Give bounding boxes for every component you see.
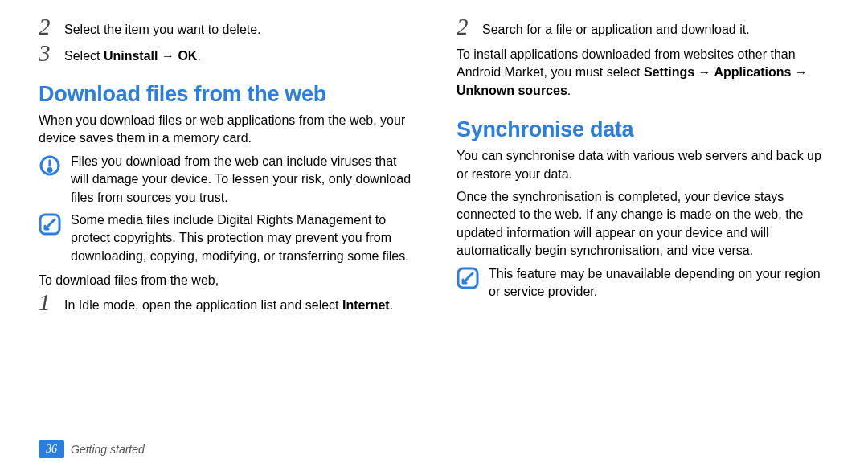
info-icon xyxy=(457,267,479,289)
info-note: Some media files include Digital Rights … xyxy=(39,211,411,265)
step-text: Select the item you want to delete. xyxy=(64,19,261,39)
step-number: 3 xyxy=(39,42,53,65)
paragraph: You can synchronise data with various we… xyxy=(457,147,829,183)
step-number: 2 xyxy=(39,15,53,39)
bold-text: Uninstall → OK xyxy=(104,49,197,63)
step-number: 2 xyxy=(457,15,471,39)
paragraph: To install applications downloaded from … xyxy=(457,46,829,100)
text-prefix: In Idle mode, open the application list … xyxy=(64,298,342,312)
text-suffix: . xyxy=(567,84,571,97)
page-footer: 36 Getting started xyxy=(39,440,145,458)
warning-note: Files you download from the web can incl… xyxy=(39,153,411,207)
info-icon xyxy=(39,213,61,236)
step-3-uninstall: 3 Select Uninstall → OK. xyxy=(39,46,411,69)
warning-text: Files you download from the web can incl… xyxy=(71,153,411,207)
bold-text: Internet xyxy=(342,298,390,312)
heading-download-files: Download files from the web xyxy=(39,82,411,107)
step-1-internet: 1 In Idle mode, open the application lis… xyxy=(39,295,411,318)
info-text: This feature may be unavailable dependin… xyxy=(489,265,829,301)
heading-synchronise-data: Synchronise data xyxy=(457,117,829,142)
left-column: 2 Select the item you want to delete. 3 … xyxy=(39,19,411,322)
info-text: Some media files include Digital Rights … xyxy=(71,211,411,265)
info-note: This feature may be unavailable dependin… xyxy=(457,265,829,301)
svg-rect-1 xyxy=(48,159,51,166)
step-text: Select Uninstall → OK. xyxy=(64,46,201,65)
text-suffix: . xyxy=(197,49,200,63)
paragraph: When you download files or web applicati… xyxy=(39,112,411,148)
step-number: 1 xyxy=(39,291,53,314)
svg-point-2 xyxy=(48,168,51,171)
paragraph: To download files from the web, xyxy=(39,272,411,289)
text-prefix: Select xyxy=(64,49,104,63)
paragraph: Once the synchronisation is completed, y… xyxy=(457,188,829,260)
step-text: Search for a file or application and dow… xyxy=(482,19,750,39)
step-text: In Idle mode, open the application list … xyxy=(64,295,393,314)
warning-icon xyxy=(39,154,61,177)
step-2-delete-item: 2 Select the item you want to delete. xyxy=(39,19,411,43)
right-column: 2 Search for a file or application and d… xyxy=(457,19,829,322)
footer-section-label: Getting started xyxy=(71,443,145,456)
page-number: 36 xyxy=(39,440,64,458)
page-columns: 2 Select the item you want to delete. 3 … xyxy=(39,19,829,322)
step-2-search-download: 2 Search for a file or application and d… xyxy=(457,19,829,43)
text-suffix: . xyxy=(390,298,393,312)
